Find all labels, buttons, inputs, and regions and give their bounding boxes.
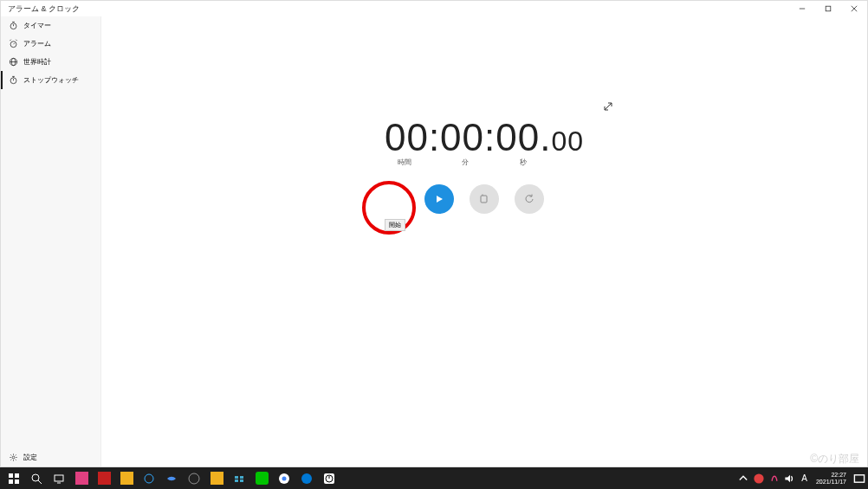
close-button[interactable]: [841, 1, 867, 16]
svg-point-31: [145, 474, 153, 483]
notifications-icon[interactable]: [853, 473, 865, 485]
seconds-label: 秒: [496, 158, 552, 167]
taskbar-app-10[interactable]: [273, 469, 295, 488]
start-button-tb[interactable]: [3, 469, 25, 488]
tray-icon-2[interactable]: [768, 473, 781, 485]
svg-point-18: [12, 456, 15, 459]
svg-point-39: [301, 473, 312, 484]
expand-icon[interactable]: [604, 99, 612, 114]
svg-rect-34: [240, 476, 243, 479]
taskbar-app-12[interactable]: [318, 469, 340, 488]
stopwatch-display: 00:00:00.00 時間 分 秒 開始: [374, 116, 595, 214]
sidebar-item-stopwatch[interactable]: ストップウォッチ: [1, 71, 100, 89]
taskbar-app-6[interactable]: [183, 469, 205, 488]
svg-rect-26: [15, 479, 19, 484]
world-clock-icon: [8, 57, 18, 68]
speaker-icon[interactable]: [784, 473, 796, 485]
sidebar-item-label: 世界時計: [23, 57, 51, 67]
tray-chevron-icon[interactable]: [737, 473, 749, 485]
taskbar-clock[interactable]: 22:27 2021/11/17: [813, 472, 850, 485]
svg-rect-23: [9, 473, 13, 478]
sidebar-item-settings[interactable]: 設定: [1, 448, 100, 466]
stopwatch-controls: 開始: [374, 184, 595, 214]
svg-rect-21: [481, 196, 487, 203]
time-labels: 時間 分 秒: [374, 158, 595, 167]
taskbar-app-3[interactable]: [115, 469, 138, 488]
fraction-value: 00: [551, 125, 584, 158]
svg-line-19: [605, 103, 612, 110]
taskbar-app-8[interactable]: [228, 469, 250, 488]
svg-rect-45: [854, 474, 864, 481]
app-window: アラーム & クロック タイマー アラーム 世界時計: [0, 0, 868, 467]
taskbar-app-9[interactable]: [250, 469, 273, 488]
hours-label: 時間: [374, 158, 435, 167]
taskbar-app-2[interactable]: [93, 469, 115, 488]
tray-icon-1[interactable]: [753, 473, 765, 485]
svg-marker-44: [786, 474, 791, 481]
svg-rect-36: [240, 479, 243, 482]
taskbar-app-5[interactable]: [160, 469, 183, 488]
taskbar-app-7[interactable]: [205, 469, 228, 488]
taskbar-app-4[interactable]: [138, 469, 160, 488]
svg-rect-25: [9, 479, 13, 484]
svg-point-32: [189, 473, 199, 484]
start-button[interactable]: [424, 184, 454, 214]
hours-value: 00: [385, 116, 429, 158]
svg-rect-1: [826, 6, 831, 11]
sidebar-item-alarm[interactable]: アラーム: [1, 35, 100, 53]
svg-point-27: [32, 474, 39, 481]
sidebar-item-label: アラーム: [23, 39, 51, 48]
titlebar: アラーム & クロック: [1, 1, 867, 16]
seconds-value: 00: [496, 116, 540, 158]
system-tray: A 22:27 2021/11/17: [737, 472, 865, 485]
start-tooltip: 開始: [385, 219, 405, 231]
stopwatch-icon: [8, 75, 18, 86]
lap-button[interactable]: [470, 184, 499, 214]
sidebar-item-label: タイマー: [23, 21, 51, 30]
taskbar-app-1[interactable]: [70, 469, 93, 488]
sidebar-item-label: 設定: [23, 453, 37, 462]
svg-line-9: [10, 40, 10, 41]
alarm-icon: [8, 39, 18, 49]
svg-line-28: [38, 480, 42, 484]
svg-rect-35: [235, 479, 238, 482]
svg-rect-33: [235, 476, 238, 479]
sidebar-item-label: ストップウォッチ: [23, 75, 79, 85]
svg-rect-24: [15, 473, 19, 478]
gear-icon: [8, 453, 18, 463]
minutes-value: 00: [440, 116, 484, 158]
svg-point-38: [282, 476, 287, 480]
sidebar: タイマー アラーム 世界時計 ストップウォッチ 設定: [1, 16, 101, 466]
app-title: アラーム & クロック: [8, 3, 789, 15]
watermark: ©のり部屋: [810, 452, 859, 466]
svg-rect-29: [55, 475, 63, 481]
taskbar-time: 22:27: [816, 472, 846, 479]
search-icon-tb[interactable]: [25, 469, 48, 488]
sidebar-item-timer[interactable]: タイマー: [1, 16, 100, 35]
svg-line-10: [16, 40, 16, 41]
taskview-icon[interactable]: [48, 469, 70, 488]
taskbar-date: 2021/11/17: [816, 479, 846, 486]
window-controls: [789, 1, 867, 16]
sidebar-item-world-clock[interactable]: 世界時計: [1, 53, 100, 71]
taskbar-app-11[interactable]: [295, 469, 318, 488]
svg-line-8: [13, 43, 14, 44]
minimize-button[interactable]: [789, 1, 815, 16]
taskbar: A 22:27 2021/11/17: [0, 467, 868, 489]
ime-indicator[interactable]: A: [800, 473, 809, 483]
svg-marker-20: [437, 196, 443, 203]
svg-point-43: [755, 473, 764, 483]
main-content: 00:00:00.00 時間 分 秒 開始: [101, 16, 867, 466]
time-readout: 00:00:00.00: [374, 116, 595, 159]
reset-button[interactable]: [515, 184, 544, 214]
timer-icon: [8, 21, 18, 31]
maximize-button[interactable]: [815, 1, 841, 16]
minutes-label: 分: [435, 158, 496, 167]
